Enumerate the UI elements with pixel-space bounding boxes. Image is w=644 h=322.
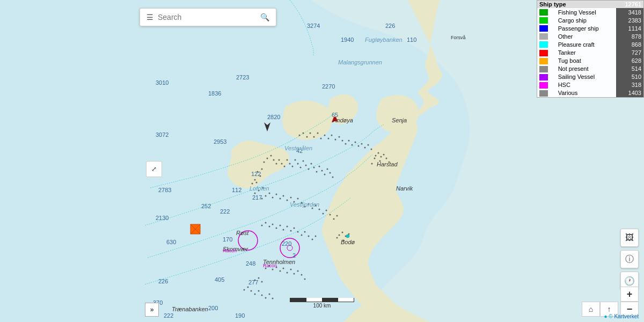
svg-point-104 <box>280 225 281 226</box>
svg-point-68 <box>308 203 310 205</box>
svg-point-102 <box>272 224 274 225</box>
svg-point-82 <box>317 133 319 134</box>
legend-title: Ship type <box>537 1 616 8</box>
attribution-link[interactable]: Kartverket <box>614 313 639 319</box>
svg-point-113 <box>312 239 313 240</box>
layers-button[interactable]: 🖼 <box>620 229 639 247</box>
svg-point-105 <box>283 229 284 231</box>
svg-point-122 <box>290 269 292 270</box>
legend-row: Cargo ship 2383 <box>537 16 643 24</box>
svg-point-116 <box>269 265 270 267</box>
svg-point-14 <box>339 235 340 236</box>
svg-point-91 <box>348 140 350 142</box>
svg-point-58 <box>272 197 274 199</box>
svg-point-69 <box>312 208 313 209</box>
svg-point-19 <box>343 240 345 241</box>
svg-point-49 <box>254 179 256 181</box>
svg-point-56 <box>265 195 267 197</box>
svg-point-9 <box>383 154 385 156</box>
svg-point-136 <box>265 297 267 299</box>
svg-point-131 <box>247 287 249 288</box>
svg-point-15 <box>342 232 343 233</box>
svg-point-48 <box>260 175 261 177</box>
svg-point-86 <box>331 135 333 136</box>
map-container[interactable]: ☰ 🔍 Ship type 12761 Fishing Vessel 3418 … <box>0 0 644 322</box>
svg-point-97 <box>368 144 369 146</box>
svg-point-145 <box>346 235 349 238</box>
legend-row: Tug boat 628 <box>537 57 643 65</box>
svg-point-126 <box>304 279 306 280</box>
svg-point-93 <box>355 142 356 143</box>
legend-row: Not present 514 <box>537 65 643 73</box>
zoom-in-button[interactable]: + <box>620 287 639 302</box>
svg-point-101 <box>269 226 270 228</box>
svg-point-36 <box>308 169 310 170</box>
svg-point-121 <box>287 272 288 274</box>
svg-point-134 <box>258 290 260 292</box>
hamburger-icon[interactable]: ☰ <box>147 13 153 21</box>
legend-row: Tanker 727 <box>537 48 643 56</box>
svg-point-83 <box>320 138 322 140</box>
svg-point-72 <box>323 213 324 215</box>
svg-point-11 <box>371 163 373 165</box>
legend-total-count: 12761 <box>616 1 644 8</box>
legend-row: Sailing Vessel 510 <box>537 73 643 81</box>
scale-line <box>290 298 354 302</box>
chevron-button[interactable]: » <box>145 303 159 317</box>
svg-point-90 <box>345 143 347 145</box>
svg-point-38 <box>313 167 315 169</box>
svg-point-5 <box>375 155 377 157</box>
svg-point-92 <box>352 144 353 146</box>
svg-point-119 <box>280 270 281 272</box>
attribution-circle: ● <box>604 313 607 319</box>
map-controls: 🖼 ⓘ 🕐 <box>620 229 639 290</box>
svg-point-117 <box>272 269 274 270</box>
svg-point-55 <box>261 198 263 200</box>
svg-point-64 <box>294 201 295 203</box>
svg-point-47 <box>261 169 263 170</box>
legend-row: Other 878 <box>537 32 643 40</box>
svg-point-26 <box>281 163 283 165</box>
info-button[interactable]: ⓘ <box>620 250 639 268</box>
svg-point-7 <box>380 156 382 158</box>
legend-row: HSC 318 <box>537 81 643 89</box>
search-input[interactable] <box>158 13 260 21</box>
svg-point-87 <box>335 139 336 141</box>
svg-point-46 <box>257 171 259 173</box>
svg-point-109 <box>297 231 299 233</box>
svg-point-35 <box>305 165 307 166</box>
svg-point-88 <box>339 136 340 138</box>
svg-point-63 <box>290 197 292 199</box>
legend-table: Ship type 12761 Fishing Vessel 3418 Carg… <box>537 1 643 97</box>
svg-point-45 <box>332 177 334 178</box>
svg-point-62 <box>287 200 288 201</box>
svg-point-80 <box>310 133 311 134</box>
svg-point-20 <box>267 158 268 159</box>
svg-point-103 <box>276 228 277 229</box>
legend-row: Various 1403 <box>537 89 643 97</box>
svg-point-30 <box>292 166 294 167</box>
svg-point-59 <box>276 194 277 195</box>
svg-point-98 <box>371 149 372 150</box>
svg-point-73 <box>326 210 327 211</box>
svg-point-76 <box>336 215 338 217</box>
svg-point-132 <box>251 290 252 292</box>
expand-button[interactable]: ⤢ <box>146 161 162 177</box>
svg-point-108 <box>294 228 295 229</box>
search-bar: ☰ 🔍 <box>140 8 276 26</box>
forsva-label: Forsvå <box>451 35 466 40</box>
svg-point-138 <box>272 298 274 299</box>
home-button[interactable]: ⌂ <box>582 302 600 317</box>
svg-point-99 <box>261 225 263 226</box>
legend-row: Passenger ship 1114 <box>537 24 643 32</box>
svg-point-22 <box>273 159 275 161</box>
svg-point-10 <box>379 160 381 162</box>
svg-point-111 <box>304 231 306 233</box>
svg-point-127 <box>254 280 256 281</box>
svg-point-124 <box>297 270 299 272</box>
svg-point-137 <box>269 294 270 295</box>
svg-point-32 <box>297 163 299 165</box>
svg-point-29 <box>289 163 291 165</box>
svg-point-44 <box>330 172 331 174</box>
svg-point-81 <box>313 136 315 138</box>
